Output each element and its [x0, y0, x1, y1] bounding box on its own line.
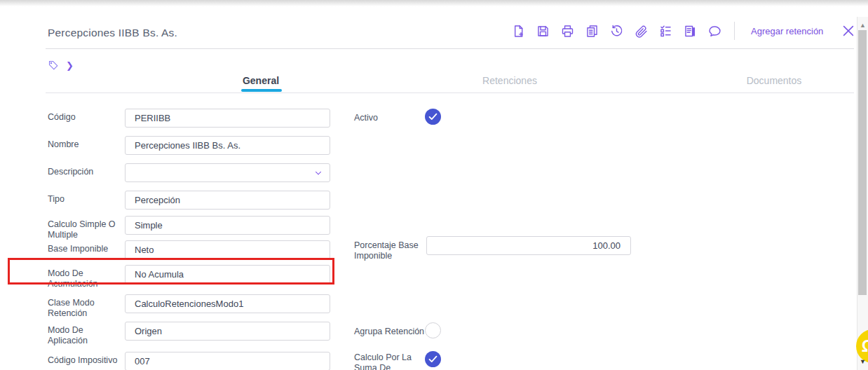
- report-icon[interactable]: [682, 23, 698, 39]
- top-shadow: [0, 0, 868, 6]
- calculo-simple-input[interactable]: Simple: [125, 216, 330, 235]
- field-value: No Acumula: [135, 269, 184, 280]
- field-value: 007: [135, 356, 150, 366]
- codigo-impositivo-input[interactable]: 007: [125, 352, 330, 370]
- active-tab-underline: [241, 89, 282, 92]
- save-icon[interactable]: [535, 23, 550, 39]
- checklist-icon[interactable]: [658, 23, 673, 39]
- scrollbar-thumb[interactable]: [858, 30, 867, 295]
- tipo-input[interactable]: Percepción: [125, 191, 330, 210]
- field-label-calculo-simple: Calculo Simple O Multiple: [48, 219, 123, 241]
- close-icon[interactable]: [841, 23, 856, 39]
- field-value: CalculoRetencionesModo1: [135, 299, 243, 309]
- field-label-tipo: Tipo: [48, 194, 123, 205]
- calculo-suma-checkbox[interactable]: [425, 351, 441, 367]
- field-value: Percepción: [135, 195, 180, 205]
- field-label-activo: Activo: [354, 113, 424, 123]
- scroll-down-icon[interactable]: ▼: [860, 358, 866, 365]
- window: Percepciones IIBB Bs. As. Agregar: [0, 0, 868, 370]
- field-value: Origen: [135, 326, 162, 336]
- nombre-input[interactable]: Percepciones IIBB Bs. As.: [125, 136, 330, 155]
- field-value: Simple: [135, 220, 163, 231]
- clase-modo-input[interactable]: CalculoRetencionesModo1: [125, 294, 330, 313]
- field-label-codigo-impositivo: Código Impositivo: [48, 355, 123, 366]
- field-label-clase-modo: Clase Modo Retención: [48, 298, 123, 320]
- field-label-porcentaje-base: Porcentaje Base Imponible: [354, 240, 424, 262]
- new-document-icon[interactable]: [510, 23, 526, 39]
- field-label-nombre: Nombre: [48, 139, 123, 150]
- breadcrumb: ❯: [48, 60, 74, 71]
- chevron-down-icon[interactable]: [313, 168, 323, 180]
- modo-acumulacion-input[interactable]: No Acumula: [125, 265, 330, 284]
- field-value: Neto: [135, 245, 154, 255]
- scroll-up-icon[interactable]: ▲: [860, 22, 866, 29]
- tab-documentos[interactable]: Documentos: [747, 75, 802, 86]
- codigo-input[interactable]: PERIIBB: [125, 109, 330, 128]
- toolbar: Agregar retención: [510, 22, 856, 40]
- help-glyph: Ω: [862, 337, 868, 356]
- field-label-base-imponible: Base Imponible: [48, 244, 123, 254]
- comment-icon[interactable]: [707, 23, 722, 39]
- tabs-divider: [46, 92, 854, 93]
- tab-general[interactable]: General: [243, 75, 279, 86]
- attachment-icon[interactable]: [633, 23, 649, 39]
- field-value: Percepciones IIBB Bs. As.: [135, 140, 240, 151]
- page-title: Percepciones IIBB Bs. As.: [48, 27, 177, 39]
- field-label-calculo-suma: Calculo Por La Suma De: [354, 352, 424, 370]
- copy-icon[interactable]: [584, 23, 599, 39]
- history-icon[interactable]: [609, 23, 624, 39]
- porcentaje-base-input[interactable]: 100.00: [426, 236, 631, 255]
- tag-icon[interactable]: [48, 60, 60, 71]
- field-label-descripcion: Descripción: [48, 167, 123, 177]
- field-label-modo-aplicacion: Modo De Aplicación: [48, 325, 123, 347]
- toolbar-divider: [734, 22, 735, 40]
- field-label-modo-acumulacion: Modo De Acumulación: [48, 268, 123, 290]
- base-imponible-input[interactable]: Neto: [125, 240, 330, 259]
- chevron-right-icon[interactable]: ❯: [66, 60, 74, 71]
- field-value: 100.00: [592, 240, 621, 251]
- descripcion-dropdown[interactable]: [125, 163, 330, 182]
- agrupa-retencion-checkbox[interactable]: [425, 322, 441, 338]
- field-value: PERIIBB: [135, 113, 170, 123]
- print-icon[interactable]: [560, 23, 575, 39]
- agregar-retencion-link[interactable]: Agregar retención: [747, 26, 827, 36]
- header-divider: [46, 48, 854, 49]
- field-label-codigo: Código: [48, 112, 123, 123]
- modo-aplicacion-input[interactable]: Origen: [125, 322, 330, 341]
- tab-retenciones[interactable]: Retenciones: [482, 75, 537, 86]
- activo-checkbox[interactable]: [425, 109, 441, 125]
